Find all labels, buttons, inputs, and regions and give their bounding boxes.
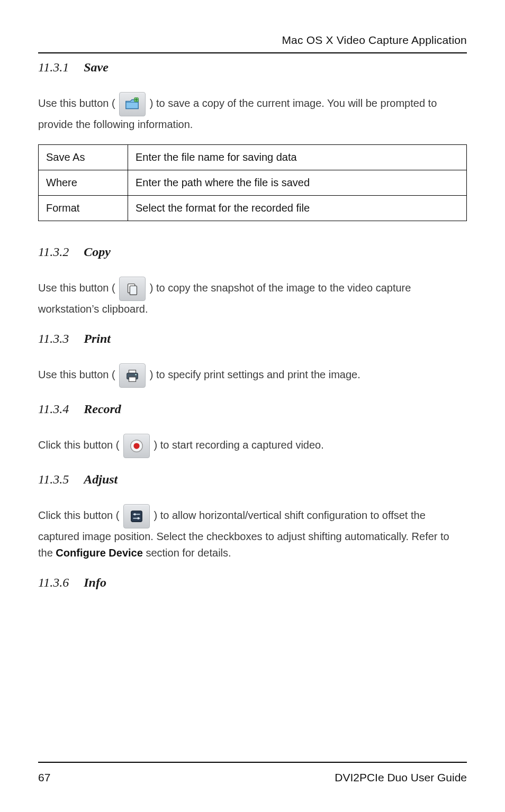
page-footer: 67 DVI2PCIe Duo User Guide bbox=[38, 762, 467, 787]
heading-number: 11.3.1 bbox=[38, 58, 69, 77]
heading-copy: 11.3.2 Copy bbox=[38, 242, 467, 262]
table-row: Where Enter the path where the file is s… bbox=[39, 170, 467, 195]
svg-rect-9 bbox=[131, 511, 142, 522]
heading-print: 11.3.3 Print bbox=[38, 329, 467, 349]
heading-title: Record bbox=[84, 399, 121, 419]
save-options-table: Save As Enter the file name for saving d… bbox=[38, 144, 467, 221]
folder-save-icon bbox=[119, 92, 146, 116]
heading-title: Print bbox=[84, 329, 111, 349]
svg-rect-13 bbox=[138, 517, 139, 519]
copy-description: Use this button ( ) to copy the snapshot… bbox=[38, 277, 467, 317]
table-row: Save As Enter the file name for saving d… bbox=[39, 144, 467, 170]
page: Mac OS X Video Capture Application 11.3.… bbox=[0, 0, 505, 812]
table-row: Format Select the format for the recorde… bbox=[39, 195, 467, 221]
svg-point-8 bbox=[133, 443, 139, 449]
page-number: 67 bbox=[38, 769, 50, 787]
printer-icon bbox=[119, 363, 146, 388]
running-head: Mac OS X Video Capture Application bbox=[38, 32, 467, 52]
text: Use this button ( bbox=[38, 282, 115, 294]
heading-title: Copy bbox=[84, 242, 111, 262]
svg-point-6 bbox=[136, 374, 137, 375]
heading-record: 11.3.4 Record bbox=[38, 399, 467, 419]
svg-rect-12 bbox=[134, 514, 136, 516]
table-cell-key: Where bbox=[39, 170, 128, 195]
table-cell-key: Format bbox=[39, 195, 128, 221]
text: ) to specify print settings and print th… bbox=[150, 369, 360, 380]
adjust-description: Click this button ( ) to allow horizonta… bbox=[38, 504, 467, 561]
table-cell-val: Select the format for the recorded file bbox=[128, 195, 467, 221]
heading-info: 11.3.6 Info bbox=[38, 573, 467, 592]
heading-title: Info bbox=[84, 573, 106, 592]
save-description: Use this button ( ) to save a copy of th… bbox=[38, 92, 467, 133]
record-icon bbox=[123, 434, 150, 458]
text: Click this button ( bbox=[38, 440, 119, 451]
table-cell-val: Enter the path where the file is saved bbox=[128, 170, 467, 195]
heading-number: 11.3.5 bbox=[38, 470, 69, 489]
heading-number: 11.3.4 bbox=[38, 399, 69, 419]
record-description: Click this button ( ) to start recording… bbox=[38, 434, 467, 458]
heading-number: 11.3.2 bbox=[38, 242, 69, 262]
footer-title: DVI2PCIe Duo User Guide bbox=[335, 769, 467, 787]
heading-title: Save bbox=[84, 58, 109, 77]
text: Use this button ( bbox=[38, 369, 115, 380]
table-cell-key: Save As bbox=[39, 144, 128, 170]
svg-rect-5 bbox=[129, 377, 136, 381]
print-description: Use this button ( ) to specify print set… bbox=[38, 363, 467, 388]
svg-rect-3 bbox=[129, 370, 136, 373]
sliders-icon bbox=[123, 504, 150, 528]
table-cell-val: Enter the file name for saving data bbox=[128, 144, 467, 170]
heading-number: 11.3.3 bbox=[38, 329, 69, 349]
text: section for details. bbox=[143, 547, 231, 559]
text: Use this button ( bbox=[38, 97, 115, 109]
svg-rect-2 bbox=[130, 286, 137, 295]
text: Click this button ( bbox=[38, 510, 119, 522]
horizontal-rule bbox=[38, 762, 467, 763]
heading-save: 11.3.1 Save bbox=[38, 58, 467, 77]
heading-adjust: 11.3.5 Adjust bbox=[38, 470, 467, 489]
clipboard-icon bbox=[119, 277, 146, 301]
bold-text: Configure Device bbox=[56, 547, 142, 559]
heading-number: 11.3.6 bbox=[38, 573, 69, 592]
text: ) to start recording a captured video. bbox=[154, 440, 324, 451]
horizontal-rule bbox=[38, 52, 467, 53]
heading-title: Adjust bbox=[84, 470, 118, 489]
